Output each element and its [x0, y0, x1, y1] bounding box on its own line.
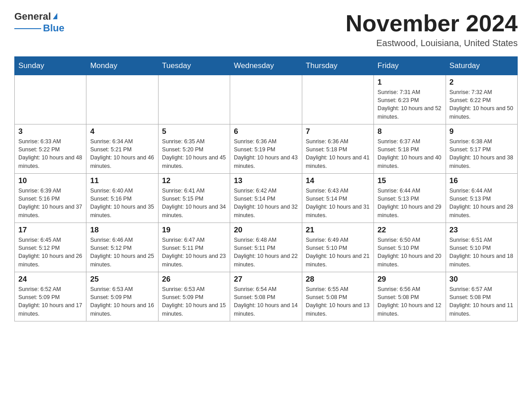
day-cell-3: 3Sunrise: 6:33 AMSunset: 5:22 PMDaylight… [15, 124, 86, 174]
day-info: Sunrise: 7:32 AMSunset: 6:22 PMDaylight:… [450, 88, 514, 121]
day-number: 27 [234, 275, 298, 284]
empty-cell [158, 75, 230, 124]
day-info: Sunrise: 7:31 AMSunset: 6:23 PMDaylight:… [378, 88, 442, 121]
day-info: Sunrise: 6:47 AMSunset: 5:11 PMDaylight:… [162, 236, 226, 269]
day-info: Sunrise: 6:42 AMSunset: 5:14 PMDaylight:… [234, 187, 298, 219]
day-cell-6: 6Sunrise: 6:36 AMSunset: 5:19 PMDaylight… [230, 124, 302, 174]
day-header-tuesday: Tuesday [158, 57, 230, 75]
week-row-1: 1Sunrise: 7:31 AMSunset: 6:23 PMDaylight… [15, 75, 518, 124]
calendar-table: SundayMondayTuesdayWednesdayThursdayFrid… [14, 56, 518, 321]
day-number: 7 [306, 127, 370, 136]
month-title: November 2024 [346, 11, 518, 36]
day-number: 10 [18, 176, 82, 185]
day-info: Sunrise: 6:50 AMSunset: 5:10 PMDaylight:… [378, 236, 442, 269]
day-header-thursday: Thursday [302, 57, 373, 75]
day-info: Sunrise: 6:39 AMSunset: 5:16 PMDaylight:… [18, 187, 82, 219]
logo-blue-text: Blue [43, 22, 64, 34]
day-number: 18 [90, 226, 154, 235]
week-row-4: 17Sunrise: 6:45 AMSunset: 5:12 PMDayligh… [15, 223, 518, 272]
day-number: 30 [450, 275, 514, 284]
empty-cell [230, 75, 302, 124]
day-number: 23 [450, 226, 514, 235]
day-number: 3 [18, 127, 82, 136]
day-number: 16 [450, 176, 514, 185]
day-cell-24: 24Sunrise: 6:52 AMSunset: 5:09 PMDayligh… [15, 272, 86, 321]
day-info: Sunrise: 6:37 AMSunset: 5:18 PMDaylight:… [378, 137, 442, 170]
calendar-header-row: SundayMondayTuesdayWednesdayThursdayFrid… [15, 57, 518, 75]
day-cell-28: 28Sunrise: 6:55 AMSunset: 5:08 PMDayligh… [302, 272, 373, 321]
day-header-wednesday: Wednesday [230, 57, 302, 75]
day-header-monday: Monday [86, 57, 158, 75]
day-number: 29 [378, 275, 442, 284]
day-cell-13: 13Sunrise: 6:42 AMSunset: 5:14 PMDayligh… [230, 174, 302, 223]
day-number: 6 [234, 127, 298, 136]
day-info: Sunrise: 6:55 AMSunset: 5:08 PMDaylight:… [306, 285, 370, 318]
day-number: 1 [378, 78, 442, 87]
day-number: 21 [306, 226, 370, 235]
day-info: Sunrise: 6:54 AMSunset: 5:08 PMDaylight:… [234, 285, 298, 318]
day-info: Sunrise: 6:57 AMSunset: 5:08 PMDaylight:… [450, 285, 514, 318]
day-number: 19 [162, 226, 226, 235]
logo: General Blue [14, 11, 64, 34]
day-info: Sunrise: 6:36 AMSunset: 5:18 PMDaylight:… [306, 137, 370, 170]
day-number: 11 [90, 176, 154, 185]
day-cell-17: 17Sunrise: 6:45 AMSunset: 5:12 PMDayligh… [15, 223, 86, 272]
day-info: Sunrise: 6:34 AMSunset: 5:21 PMDaylight:… [90, 137, 154, 170]
day-cell-16: 16Sunrise: 6:44 AMSunset: 5:13 PMDayligh… [446, 174, 517, 223]
week-row-5: 24Sunrise: 6:52 AMSunset: 5:09 PMDayligh… [15, 272, 518, 321]
day-cell-12: 12Sunrise: 6:41 AMSunset: 5:15 PMDayligh… [158, 174, 230, 223]
day-info: Sunrise: 6:44 AMSunset: 5:13 PMDaylight:… [378, 187, 442, 219]
day-info: Sunrise: 6:38 AMSunset: 5:17 PMDaylight:… [450, 137, 514, 170]
day-number: 8 [378, 127, 442, 136]
day-info: Sunrise: 6:53 AMSunset: 5:09 PMDaylight:… [90, 285, 154, 318]
day-cell-21: 21Sunrise: 6:49 AMSunset: 5:10 PMDayligh… [302, 223, 373, 272]
empty-cell [15, 75, 86, 124]
day-cell-1: 1Sunrise: 7:31 AMSunset: 6:23 PMDaylight… [374, 75, 446, 124]
day-info: Sunrise: 6:35 AMSunset: 5:20 PMDaylight:… [162, 137, 226, 170]
day-cell-7: 7Sunrise: 6:36 AMSunset: 5:18 PMDaylight… [302, 124, 373, 174]
day-info: Sunrise: 6:44 AMSunset: 5:13 PMDaylight:… [450, 187, 514, 219]
day-info: Sunrise: 6:56 AMSunset: 5:08 PMDaylight:… [378, 285, 442, 318]
week-row-3: 10Sunrise: 6:39 AMSunset: 5:16 PMDayligh… [15, 174, 518, 223]
day-cell-26: 26Sunrise: 6:53 AMSunset: 5:09 PMDayligh… [158, 272, 230, 321]
empty-cell [302, 75, 373, 124]
day-cell-14: 14Sunrise: 6:43 AMSunset: 5:14 PMDayligh… [302, 174, 373, 223]
day-info: Sunrise: 6:46 AMSunset: 5:12 PMDaylight:… [90, 236, 154, 269]
day-cell-25: 25Sunrise: 6:53 AMSunset: 5:09 PMDayligh… [86, 272, 158, 321]
day-number: 25 [90, 275, 154, 284]
day-header-saturday: Saturday [446, 57, 517, 75]
day-cell-27: 27Sunrise: 6:54 AMSunset: 5:08 PMDayligh… [230, 272, 302, 321]
day-info: Sunrise: 6:43 AMSunset: 5:14 PMDaylight:… [306, 187, 370, 219]
day-cell-5: 5Sunrise: 6:35 AMSunset: 5:20 PMDaylight… [158, 124, 230, 174]
location-subtitle: Eastwood, Louisiana, United States [346, 38, 518, 48]
title-area: November 2024 Eastwood, Louisiana, Unite… [346, 11, 518, 48]
day-number: 13 [234, 176, 298, 185]
day-info: Sunrise: 6:45 AMSunset: 5:12 PMDaylight:… [18, 236, 82, 269]
day-info: Sunrise: 6:49 AMSunset: 5:10 PMDaylight:… [306, 236, 370, 269]
day-cell-11: 11Sunrise: 6:40 AMSunset: 5:16 PMDayligh… [86, 174, 158, 223]
day-number: 22 [378, 226, 442, 235]
day-number: 12 [162, 176, 226, 185]
day-info: Sunrise: 6:52 AMSunset: 5:09 PMDaylight:… [18, 285, 82, 318]
day-cell-9: 9Sunrise: 6:38 AMSunset: 5:17 PMDaylight… [446, 124, 517, 174]
day-cell-15: 15Sunrise: 6:44 AMSunset: 5:13 PMDayligh… [374, 174, 446, 223]
logo-triangle-icon [53, 13, 57, 19]
empty-cell [86, 75, 158, 124]
day-cell-4: 4Sunrise: 6:34 AMSunset: 5:21 PMDaylight… [86, 124, 158, 174]
day-cell-30: 30Sunrise: 6:57 AMSunset: 5:08 PMDayligh… [446, 272, 517, 321]
week-row-2: 3Sunrise: 6:33 AMSunset: 5:22 PMDaylight… [15, 124, 518, 174]
day-cell-20: 20Sunrise: 6:48 AMSunset: 5:11 PMDayligh… [230, 223, 302, 272]
logo-underline [14, 28, 41, 29]
day-number: 15 [378, 176, 442, 185]
day-info: Sunrise: 6:53 AMSunset: 5:09 PMDaylight:… [162, 285, 226, 318]
day-cell-29: 29Sunrise: 6:56 AMSunset: 5:08 PMDayligh… [374, 272, 446, 321]
day-number: 17 [18, 226, 82, 235]
day-header-sunday: Sunday [15, 57, 86, 75]
day-number: 5 [162, 127, 226, 136]
header: General Blue November 2024 Eastwood, Lou… [14, 11, 518, 48]
day-number: 14 [306, 176, 370, 185]
day-info: Sunrise: 6:40 AMSunset: 5:16 PMDaylight:… [90, 187, 154, 219]
day-number: 24 [18, 275, 82, 284]
day-cell-19: 19Sunrise: 6:47 AMSunset: 5:11 PMDayligh… [158, 223, 230, 272]
day-cell-10: 10Sunrise: 6:39 AMSunset: 5:16 PMDayligh… [15, 174, 86, 223]
